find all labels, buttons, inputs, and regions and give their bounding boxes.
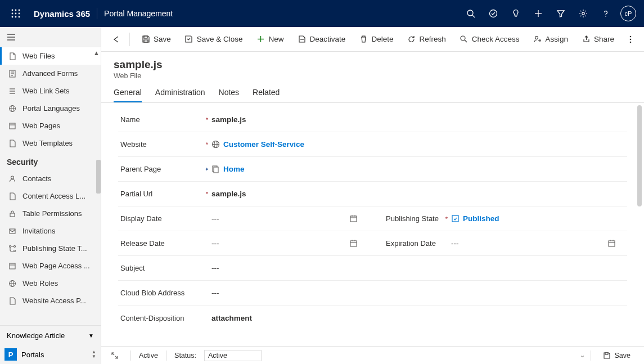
back-button[interactable] xyxy=(108,30,124,48)
field-value[interactable]: --- xyxy=(211,260,627,276)
sidebar-item-website-access[interactable]: Website Access P... xyxy=(0,292,101,309)
check-access-button[interactable]: Check Access xyxy=(454,30,525,48)
release-date-value[interactable]: --- xyxy=(211,236,349,251)
status-value[interactable]: Active xyxy=(204,350,262,361)
mail-icon xyxy=(8,227,17,236)
tab-related[interactable]: Related xyxy=(253,88,280,102)
sidebar-item-label: Publishing State T... xyxy=(22,244,87,253)
calendar-icon[interactable] xyxy=(607,239,627,248)
field-name[interactable]: Name * sample.js xyxy=(118,107,627,132)
field-website[interactable]: Website * Customer Self-Service xyxy=(118,132,627,157)
save-close-button[interactable]: Save & Close xyxy=(179,30,249,48)
svg-point-2 xyxy=(19,10,20,11)
sidebar-item-web-link-sets[interactable]: Web Link Sets xyxy=(0,82,101,100)
footer-save-button[interactable]: Save xyxy=(597,349,637,362)
sidebar-item-invitations[interactable]: Invitations xyxy=(0,222,101,240)
lock-icon xyxy=(8,209,17,218)
area-switcher[interactable]: P Portals ▲▼ xyxy=(0,345,101,364)
filter-icon[interactable] xyxy=(550,0,572,27)
field-label: Name xyxy=(118,115,202,124)
expiration-date-value[interactable]: --- xyxy=(451,236,607,251)
updown-icon[interactable]: ▲▼ xyxy=(92,350,96,359)
search-icon[interactable] xyxy=(460,0,482,27)
sidebar-item-web-page-access[interactable]: Web Page Access ... xyxy=(0,257,101,275)
brand-label[interactable]: Dynamics 365 xyxy=(27,9,97,19)
chevron-up-icon[interactable]: ▲ xyxy=(93,50,100,56)
field-parent-page[interactable]: Parent Page ✦ Home xyxy=(118,157,627,182)
field-partial-url[interactable]: Partial Url * sample.js xyxy=(118,182,627,206)
field-label: Release Date xyxy=(118,239,202,248)
expand-icon[interactable] xyxy=(107,352,123,359)
calendar-icon[interactable] xyxy=(349,214,369,223)
publishing-state-value[interactable]: Published xyxy=(451,211,627,226)
svg-line-10 xyxy=(472,15,475,17)
deactivate-icon xyxy=(298,35,307,44)
field-content-disposition[interactable]: Content-Disposition attachment xyxy=(118,305,627,330)
flow-icon xyxy=(8,244,17,253)
sidebar-item-web-files[interactable]: Web Files xyxy=(0,47,101,65)
lightbulb-icon[interactable] xyxy=(505,0,527,27)
new-button[interactable]: New xyxy=(251,30,290,48)
sidebar-item-web-templates[interactable]: Web Templates xyxy=(0,134,101,152)
field-cloud-blob[interactable]: Cloud Blob Address --- xyxy=(118,281,627,305)
lookup-value[interactable]: Customer Self-Service xyxy=(223,140,304,149)
svg-point-52 xyxy=(630,38,632,40)
field-value[interactable]: --- xyxy=(211,285,627,300)
sidebar-item-portal-languages[interactable]: Portal Languages xyxy=(0,100,101,117)
field-value[interactable]: sample.js xyxy=(211,112,627,127)
tab-general[interactable]: General xyxy=(114,88,142,102)
calendar-icon[interactable] xyxy=(349,239,369,248)
help-icon[interactable] xyxy=(595,0,617,27)
gear-icon[interactable] xyxy=(572,0,595,27)
svg-point-48 xyxy=(461,36,465,41)
required-marker: * xyxy=(202,191,211,197)
global-nav: Dynamics 365 Portal Management cP xyxy=(0,0,644,27)
deactivate-button[interactable]: Deactivate xyxy=(292,30,352,48)
delete-button[interactable]: Delete xyxy=(353,30,399,48)
avatar[interactable]: cP xyxy=(620,6,636,21)
add-icon[interactable] xyxy=(527,0,550,27)
sidebar-scrollbar[interactable] xyxy=(96,160,101,194)
field-label: Display Date xyxy=(118,214,202,223)
lookup-value[interactable]: Published xyxy=(463,214,499,223)
field-value[interactable]: Home xyxy=(211,161,627,177)
delete-icon xyxy=(359,35,368,44)
sidebar-item-label: Web Templates xyxy=(22,139,73,147)
field-release-date-row: Release Date --- Expiration Date --- xyxy=(118,231,627,256)
field-subject[interactable]: Subject --- xyxy=(118,256,627,281)
tab-notes[interactable]: Notes xyxy=(219,88,240,102)
lookup-value[interactable]: Home xyxy=(223,165,245,173)
task-icon[interactable] xyxy=(482,0,505,27)
overflow-button[interactable] xyxy=(624,30,637,48)
page-icon xyxy=(211,165,220,173)
check-access-icon xyxy=(460,35,469,44)
sidebar-section-knowledge[interactable]: Knowledge Article ▼ xyxy=(0,326,101,345)
sidebar-item-content-access[interactable]: Content Access L... xyxy=(0,187,101,205)
sidebar-item-contacts[interactable]: Contacts xyxy=(0,170,101,187)
field-label: Parent Page xyxy=(118,165,202,173)
sidebar-item-web-pages[interactable]: Web Pages xyxy=(0,117,101,134)
share-button[interactable]: Share xyxy=(576,30,620,48)
display-date-value[interactable]: --- xyxy=(211,211,349,226)
svg-point-35 xyxy=(10,245,11,247)
refresh-button[interactable]: Refresh xyxy=(401,30,451,48)
tab-administration[interactable]: Administration xyxy=(155,88,205,102)
app-launcher-icon[interactable] xyxy=(4,0,27,27)
sitemap-toggle[interactable] xyxy=(0,27,101,47)
field-value[interactable]: sample.js xyxy=(211,186,627,201)
assign-button[interactable]: Assign xyxy=(528,30,574,48)
sidebar-item-advanced-forms[interactable]: Advanced Forms xyxy=(0,65,101,82)
sidebar-item-label: Web Link Sets xyxy=(22,87,70,95)
svg-point-53 xyxy=(630,41,632,43)
sidebar-item-table-permissions[interactable]: Table Permissions xyxy=(0,205,101,222)
field-value[interactable]: attachment xyxy=(211,311,627,326)
field-value[interactable]: Customer Self-Service xyxy=(211,137,627,152)
save-button[interactable]: Save xyxy=(136,30,177,48)
chevron-down-icon[interactable]: ⌄ xyxy=(580,352,585,359)
app-name[interactable]: Portal Management xyxy=(102,9,173,18)
sidebar-item-web-roles[interactable]: Web Roles xyxy=(0,275,101,292)
form-scrollbar[interactable] xyxy=(637,105,642,206)
page-icon xyxy=(8,192,17,201)
svg-point-50 xyxy=(535,37,538,39)
sidebar-item-publishing-state[interactable]: Publishing State T... xyxy=(0,240,101,257)
